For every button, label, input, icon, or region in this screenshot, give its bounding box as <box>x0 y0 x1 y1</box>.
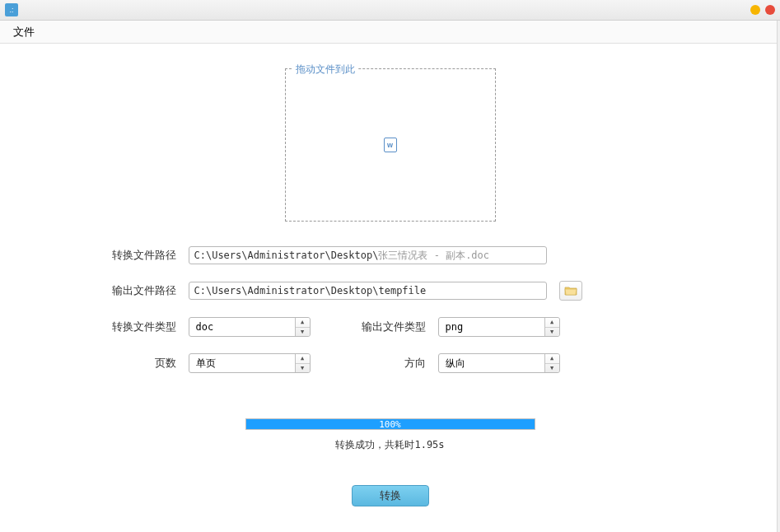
chevron-up-icon[interactable]: ▲ <box>296 354 310 364</box>
pages-value: 单页 <box>196 357 216 371</box>
chevron-down-icon[interactable]: ▼ <box>545 364 559 373</box>
form: 转换文件路径 C:\Users\Administrator\Desktop\张三… <box>102 246 679 373</box>
input-path-filename: 张三情况表 - 副本.doc <box>378 249 489 263</box>
label-input-path: 转换文件路径 <box>102 248 176 263</box>
word-doc-icon <box>384 138 397 152</box>
progress-bar: 100% <box>245 418 535 430</box>
browse-folder-button[interactable] <box>559 281 582 301</box>
label-output-type: 输出文件类型 <box>356 320 426 334</box>
chevron-down-icon[interactable]: ▼ <box>296 328 310 337</box>
chevron-up-icon[interactable]: ▲ <box>296 318 310 328</box>
row-output-path: 输出文件路径 <box>102 281 679 301</box>
content-area: 拖动文件到此 转换文件路径 C:\Users\Administrator\Des… <box>0 44 780 506</box>
close-button[interactable] <box>765 5 775 15</box>
titlebar: .: <box>0 0 780 21</box>
progress-percent: 100% <box>379 419 401 430</box>
drop-zone-label: 拖动文件到此 <box>292 63 358 77</box>
input-path-prefix: C:\Users\Administrator\Desktop\ <box>194 250 379 261</box>
output-type-value: png <box>446 321 464 333</box>
drop-zone[interactable]: 拖动文件到此 <box>285 68 496 222</box>
label-pages: 页数 <box>102 356 176 371</box>
row-types: 转换文件类型 doc ▲ ▼ 输出文件类型 png ▲ ▼ <box>102 317 679 337</box>
chevron-down-icon[interactable]: ▼ <box>296 364 310 373</box>
input-type-value: doc <box>196 321 214 333</box>
pages-select[interactable]: 单页 ▲ ▼ <box>189 353 311 373</box>
menu-file[interactable]: 文件 <box>7 21 41 43</box>
orientation-select[interactable]: 纵向 ▲ ▼ <box>438 353 560 373</box>
output-type-select[interactable]: png ▲ ▼ <box>438 317 560 337</box>
input-type-select[interactable]: doc ▲ ▼ <box>189 317 311 337</box>
app-icon: .: <box>5 3 18 16</box>
row-input-path: 转换文件路径 C:\Users\Administrator\Desktop\张三… <box>102 246 679 264</box>
convert-button[interactable]: 转换 <box>352 485 429 506</box>
row-pages-orientation: 页数 单页 ▲ ▼ 方向 纵向 ▲ ▼ <box>102 353 679 373</box>
output-type-spinner[interactable]: ▲ ▼ <box>544 318 559 336</box>
chevron-up-icon[interactable]: ▲ <box>545 318 559 328</box>
scrollbar-track[interactable] <box>777 21 780 532</box>
menubar: 文件 <box>0 21 780 44</box>
label-orientation: 方向 <box>356 356 426 371</box>
input-type-spinner[interactable]: ▲ ▼ <box>295 318 310 336</box>
input-path-field[interactable]: C:\Users\Administrator\Desktop\张三情况表 - 副… <box>189 246 547 264</box>
chevron-down-icon[interactable]: ▼ <box>545 328 559 337</box>
chevron-up-icon[interactable]: ▲ <box>545 354 559 364</box>
titlebar-left: .: <box>5 3 18 16</box>
folder-icon <box>564 285 577 296</box>
window-controls <box>750 5 775 15</box>
label-output-path: 输出文件路径 <box>102 283 176 298</box>
minimize-button[interactable] <box>750 5 760 15</box>
label-input-type: 转换文件类型 <box>102 320 176 334</box>
orientation-value: 纵向 <box>446 357 465 371</box>
pages-spinner[interactable]: ▲ ▼ <box>295 354 310 372</box>
status-text: 转换成功，共耗时1.95s <box>335 438 444 452</box>
drop-zone-wrap: 拖动文件到此 <box>285 68 496 222</box>
progress-area: 100% 转换成功，共耗时1.95s 转换 <box>245 418 535 506</box>
output-path-field[interactable] <box>189 282 547 300</box>
orientation-spinner[interactable]: ▲ ▼ <box>544 354 559 372</box>
